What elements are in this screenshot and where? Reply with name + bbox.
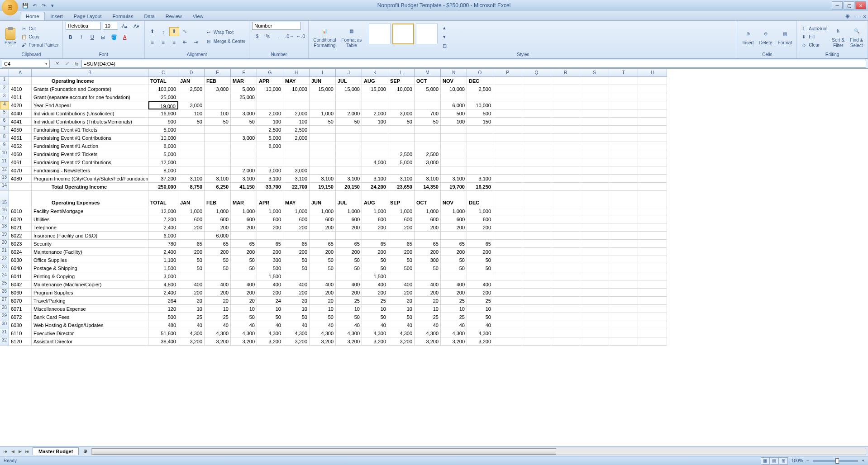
- copy-button[interactable]: 📋Copy: [20, 33, 60, 41]
- cell[interactable]: Program Supplies: [32, 289, 148, 297]
- comma-button[interactable]: ,: [274, 32, 284, 41]
- cell[interactable]: [638, 232, 667, 240]
- row-header[interactable]: 25: [0, 280, 9, 289]
- column-header[interactable]: K: [362, 69, 388, 77]
- cell[interactable]: 10: [362, 305, 388, 313]
- cell[interactable]: 20: [388, 297, 415, 305]
- cell[interactable]: 4,300: [231, 329, 257, 337]
- cell[interactable]: [283, 232, 310, 240]
- maximize-button[interactable]: ▢: [844, 1, 854, 9]
- cell[interactable]: [580, 101, 609, 109]
- cell[interactable]: 200: [178, 223, 205, 232]
- cell[interactable]: MAR: [231, 77, 257, 85]
- cell[interactable]: [580, 305, 609, 313]
- cell[interactable]: 400: [388, 280, 415, 289]
- cell[interactable]: 6120: [9, 337, 32, 346]
- bold-button[interactable]: B: [66, 33, 76, 42]
- cell[interactable]: 900: [148, 118, 178, 126]
- align-right-button[interactable]: ≡: [169, 38, 179, 47]
- cell[interactable]: 1,000: [441, 207, 467, 215]
- cell[interactable]: 1,000: [257, 207, 283, 215]
- row-header[interactable]: 15: [0, 191, 9, 207]
- cell[interactable]: 6020: [9, 215, 32, 223]
- cell-style-normal[interactable]: [369, 24, 391, 44]
- cell[interactable]: Executive Director: [32, 329, 148, 337]
- cell[interactable]: Maintenance (Machine/Copier): [32, 280, 148, 289]
- cell[interactable]: [522, 313, 551, 321]
- new-sheet-button[interactable]: ⊕: [81, 448, 90, 455]
- cell[interactable]: 51,600: [148, 329, 178, 337]
- cell[interactable]: [580, 166, 609, 175]
- cell[interactable]: [415, 93, 441, 101]
- cell[interactable]: 4,300: [467, 329, 493, 337]
- row-header[interactable]: 16: [0, 207, 9, 215]
- cell[interactable]: [493, 337, 522, 346]
- cell[interactable]: 2,000: [336, 109, 362, 118]
- cell[interactable]: [551, 166, 580, 175]
- number-format-dropdown[interactable]: Number: [252, 22, 301, 30]
- cell[interactable]: [493, 207, 522, 215]
- cell[interactable]: [551, 85, 580, 93]
- cell[interactable]: [609, 297, 638, 305]
- cell[interactable]: Bank Card Fees: [32, 313, 148, 321]
- cell[interactable]: 40: [205, 321, 231, 329]
- cell[interactable]: 6010: [9, 207, 32, 215]
- cell[interactable]: [257, 158, 283, 166]
- cell[interactable]: 2,500: [415, 150, 441, 158]
- cell[interactable]: [638, 166, 667, 175]
- cell[interactable]: 3,100: [441, 175, 467, 183]
- undo-icon[interactable]: ↶: [31, 2, 38, 9]
- cell[interactable]: 6021: [9, 223, 32, 232]
- cell[interactable]: 50: [362, 313, 388, 321]
- cell[interactable]: [283, 101, 310, 109]
- cell[interactable]: [205, 134, 231, 142]
- cell[interactable]: 10,000: [388, 85, 415, 93]
- cell[interactable]: [493, 118, 522, 126]
- cell[interactable]: Year-End Appeal: [32, 101, 148, 109]
- cell[interactable]: 24,200: [362, 183, 388, 191]
- cell[interactable]: [551, 175, 580, 183]
- cancel-formula-button[interactable]: ✕: [52, 60, 62, 68]
- cell[interactable]: [638, 272, 667, 280]
- cell[interactable]: Postage & Shipping: [32, 264, 148, 272]
- cell[interactable]: 3,000: [415, 158, 441, 166]
- cell[interactable]: 4,300: [178, 329, 205, 337]
- cell[interactable]: 4,300: [362, 329, 388, 337]
- cell[interactable]: [441, 232, 467, 240]
- cell[interactable]: 400: [231, 280, 257, 289]
- cell[interactable]: [283, 93, 310, 101]
- cell[interactable]: 1,000: [231, 207, 257, 215]
- cell[interactable]: [441, 126, 467, 134]
- cell[interactable]: 200: [231, 289, 257, 297]
- cell[interactable]: [580, 329, 609, 337]
- cell[interactable]: DEC: [467, 191, 493, 207]
- cell[interactable]: 400: [467, 280, 493, 289]
- cell[interactable]: 480: [148, 321, 178, 329]
- cell[interactable]: [609, 77, 638, 85]
- cell[interactable]: [580, 126, 609, 134]
- cell[interactable]: 19,000: [148, 101, 178, 109]
- cell[interactable]: 3,200: [441, 337, 467, 346]
- cell[interactable]: Facility Rent/Mortgage: [32, 207, 148, 215]
- row-header[interactable]: 9: [0, 142, 9, 150]
- cell[interactable]: [178, 134, 205, 142]
- cell[interactable]: [522, 280, 551, 289]
- cell[interactable]: 200: [283, 223, 310, 232]
- cell[interactable]: [9, 191, 32, 207]
- cell[interactable]: 10,000: [257, 85, 283, 93]
- cell[interactable]: 20: [205, 297, 231, 305]
- cell[interactable]: 65: [388, 240, 415, 248]
- increase-decimal-button[interactable]: .0→: [285, 32, 295, 41]
- cell[interactable]: [415, 126, 441, 134]
- cell[interactable]: 200: [415, 289, 441, 297]
- cell[interactable]: 1,000: [310, 207, 336, 215]
- cell[interactable]: 4080: [9, 175, 32, 183]
- cell[interactable]: [638, 158, 667, 166]
- cell[interactable]: 20,150: [336, 183, 362, 191]
- cell[interactable]: [638, 297, 667, 305]
- cell[interactable]: 200: [362, 223, 388, 232]
- cell[interactable]: Fundraising Event #2 Tickets: [32, 150, 148, 158]
- cell[interactable]: 10: [310, 305, 336, 313]
- cell[interactable]: 50: [178, 256, 205, 264]
- cell[interactable]: 50: [283, 313, 310, 321]
